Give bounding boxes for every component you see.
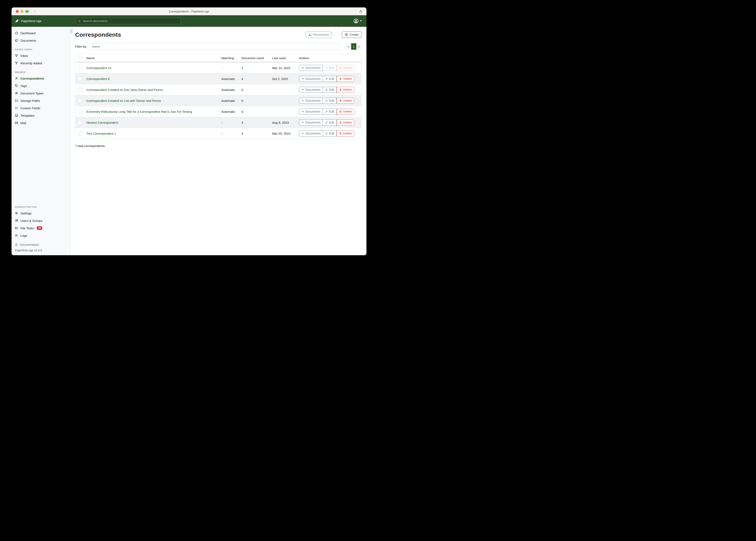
correspondent-link[interactable]: Extremely Ridiculously Long Title for a …: [86, 110, 192, 113]
titlebar: Correspondents - Paperless-ngx: [12, 7, 366, 15]
documents-icon: [15, 39, 18, 42]
row-checkbox[interactable]: [78, 99, 82, 103]
documents-button[interactable]: Documents: [299, 87, 323, 93]
delete-label: Delete: [343, 77, 352, 80]
sidebar-item-custom-fields[interactable]: Custom Fields: [12, 104, 70, 112]
delete-button[interactable]: Delete: [337, 131, 354, 137]
row-checkbox[interactable]: [78, 121, 82, 125]
correspondent-link[interactable]: Newest Correspondent: [86, 121, 118, 124]
column-header-matching: Matching: [220, 56, 240, 60]
pagination-next-button[interactable]: »: [356, 43, 361, 50]
delete-button[interactable]: Delete: [337, 87, 354, 93]
documents-button[interactable]: Documents: [299, 65, 323, 71]
create-button[interactable]: Create: [342, 32, 361, 38]
template-icon: [15, 114, 18, 117]
filter-icon: [301, 99, 304, 102]
documents-button[interactable]: Documents: [299, 131, 323, 137]
edit-button[interactable]: Edit: [323, 65, 337, 71]
sidebar-item-documents[interactable]: Documents: [12, 37, 70, 44]
sidebar-item-mail[interactable]: Mail: [12, 119, 70, 127]
correspondent-link[interactable]: Correspondent Created on Doc View Owner …: [86, 88, 163, 92]
document-count-value: 4: [240, 77, 271, 81]
main-content: « Correspondents Permissions Create Filt…: [71, 27, 366, 255]
row-checkbox[interactable]: [78, 66, 82, 70]
person-lock-icon: [308, 33, 311, 36]
row-checkbox[interactable]: [78, 88, 82, 92]
sidebar-section-saved-views: SAVED VIEWS: [15, 48, 67, 51]
row-checkbox[interactable]: [78, 77, 82, 81]
delete-button[interactable]: Delete: [337, 76, 354, 82]
sidebar-item-logs[interactable]: Logs: [12, 232, 70, 239]
pagination: « 1 »: [346, 43, 361, 50]
sidebar-item-templates[interactable]: Templates: [12, 112, 70, 119]
leaf-logo-icon: [15, 19, 19, 23]
search-input[interactable]: [82, 19, 179, 23]
sidebar-item-dashboard[interactable]: Dashboard: [12, 29, 70, 37]
trash-icon: [339, 110, 342, 113]
edit-button[interactable]: Edit: [323, 120, 337, 126]
matching-value: Automatic: [220, 110, 240, 113]
table-row: Test Correspondent 1 - 4 Mar 25, 2023 Do…: [75, 128, 361, 139]
document-count-value: 3: [240, 121, 271, 124]
delete-button[interactable]: Delete: [337, 120, 354, 126]
select-all-checkbox[interactable]: [78, 56, 82, 60]
column-header-actions: Actions: [297, 56, 361, 60]
correspondent-link[interactable]: Test Correspondent 1: [86, 132, 116, 135]
document-count-value: 2: [240, 66, 271, 70]
edit-button[interactable]: Edit: [323, 87, 337, 93]
sidebar-collapse-button[interactable]: «: [71, 28, 73, 34]
documents-button[interactable]: Documents: [299, 76, 323, 82]
documentation-link[interactable]: Documentation: [12, 242, 70, 248]
sidebar-item-document-types[interactable]: Document Types: [12, 90, 70, 97]
sidebar-item-file-tasks[interactable]: File Tasks 16: [12, 224, 70, 232]
share-icon[interactable]: [358, 9, 363, 14]
documents-button[interactable]: Documents: [299, 98, 323, 104]
delete-button[interactable]: Delete: [337, 109, 354, 115]
documents-label: Documents: [305, 99, 320, 102]
edit-button[interactable]: Edit: [323, 76, 337, 82]
delete-button[interactable]: Delete: [337, 65, 354, 71]
sidebar-item-settings[interactable]: Settings: [12, 210, 70, 217]
delete-label: Delete: [343, 121, 352, 124]
mail-icon: [15, 121, 18, 125]
correspondent-link[interactable]: Correspondent 9: [86, 77, 110, 81]
brand[interactable]: Paperless-ngx: [15, 15, 41, 27]
user-menu[interactable]: [353, 18, 362, 24]
sidebar-item-recently-added[interactable]: Recently Added: [12, 59, 70, 67]
trash-icon: [339, 67, 342, 69]
correspondents-table: Name Matching Document count Last used A…: [75, 54, 361, 139]
delete-button[interactable]: Delete: [337, 98, 354, 104]
last-used-value: Oct 2, 2022: [271, 77, 297, 81]
document-count-value: 4: [240, 132, 271, 135]
app-version: Paperless-ngx v2.0.0: [12, 248, 70, 252]
row-checkbox[interactable]: [78, 132, 82, 136]
sidebar-item-correspondents[interactable]: Correspondents: [12, 75, 70, 82]
sidebar-item-label: Documents: [20, 39, 36, 42]
edit-button[interactable]: Edit: [323, 98, 337, 104]
pencil-icon: [325, 78, 328, 80]
documents-button[interactable]: Documents: [299, 120, 323, 126]
custom-fields-icon: [15, 106, 18, 110]
edit-button[interactable]: Edit: [323, 131, 337, 137]
column-header-last-used: Last used: [271, 56, 297, 60]
sidebar-item-storage-paths[interactable]: Storage Paths: [12, 97, 70, 104]
tag-icon: [15, 84, 18, 87]
documents-label: Documents: [305, 121, 320, 124]
table-row: Correspondent Created on Doc View Owner …: [75, 84, 361, 95]
row-checkbox[interactable]: [78, 110, 82, 114]
matching-value: -: [220, 132, 240, 135]
pagination-prev-button[interactable]: «: [346, 43, 351, 50]
sidebar-item-label: Inbox: [20, 54, 28, 58]
sidebar-item-inbox[interactable]: Inbox: [12, 52, 70, 59]
edit-button[interactable]: Edit: [323, 109, 337, 115]
filter-name-input[interactable]: [90, 43, 341, 50]
permissions-button[interactable]: Permissions: [306, 32, 332, 38]
correspondent-link[interactable]: Correspondent 14: [86, 66, 111, 70]
pagination-current-page[interactable]: 1: [351, 43, 356, 50]
edit-label: Edit: [329, 66, 334, 70]
documents-button[interactable]: Documents: [299, 109, 323, 115]
sidebar-item-tags[interactable]: Tags: [12, 82, 70, 90]
pencil-icon: [325, 89, 328, 91]
sidebar-item-users-groups[interactable]: Users & Groups: [12, 217, 70, 224]
correspondent-link[interactable]: Correspondent Created on List with Owner…: [86, 99, 161, 103]
